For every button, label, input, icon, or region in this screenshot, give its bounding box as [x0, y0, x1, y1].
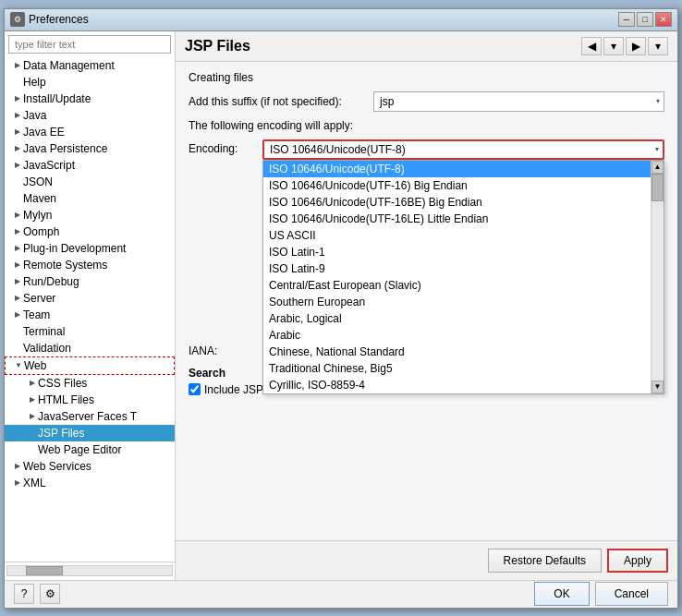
tree-item[interactable]: ▶JavaServer Faces T	[5, 408, 175, 425]
cancel-button[interactable]: Cancel	[595, 582, 668, 606]
tree-item[interactable]: Maven	[5, 190, 175, 207]
tree-arrow-icon: ▶	[27, 378, 38, 389]
encoding-option[interactable]: ISO 10646/Unicode(UTF-16LE) Little Endia…	[263, 211, 664, 227]
tree-arrow-icon: ▶	[12, 93, 23, 104]
tree-arrow-icon	[12, 326, 23, 337]
tree-item[interactable]: JSON	[5, 174, 175, 190]
forward-dropdown-button[interactable]: ▾	[648, 37, 668, 55]
tree-item[interactable]: ▶JavaScript	[5, 157, 175, 174]
encoding-option[interactable]: Arabic	[263, 327, 664, 344]
maximize-button[interactable]: □	[637, 12, 653, 27]
close-button[interactable]: ✕	[655, 12, 672, 27]
scroll-down-button[interactable]: ▼	[652, 380, 664, 393]
tree-item[interactable]: ▶CSS Files	[5, 375, 175, 392]
tree-item[interactable]: ▶Team	[5, 307, 175, 323]
encoding-dropdown[interactable]: ISO 10646/Unicode(UTF-8) ▾	[262, 139, 664, 160]
encoding-scrollbar[interactable]: ▲ ▼	[651, 161, 664, 393]
tree-arrow-icon: ▶	[12, 60, 23, 71]
include-label: Include JSP	[204, 383, 263, 396]
bottom-right-buttons: OK Cancel	[534, 582, 668, 606]
tree-arrow-icon: ▶	[27, 394, 38, 405]
tree-item[interactable]: ▶Java	[5, 107, 175, 124]
tree-item[interactable]: ▶Server	[5, 290, 175, 307]
tree-item[interactable]: ▶Oomph	[5, 223, 175, 240]
tree-arrow-icon: ▶	[12, 110, 23, 121]
tree-arrow-icon	[12, 343, 23, 354]
tree-item[interactable]: ▶HTML Files	[5, 392, 175, 408]
minimize-button[interactable]: ─	[618, 12, 635, 27]
suffix-dropdown-arrow: ▾	[656, 97, 660, 105]
tree-item-label: Server	[23, 292, 55, 305]
tree-item[interactable]: ▶Java Persistence	[5, 140, 175, 157]
panel-title: JSP Files	[185, 38, 581, 54]
tree-arrow-icon: ▶	[27, 411, 38, 422]
encoding-option[interactable]: US ASCII	[263, 227, 664, 244]
tree-item[interactable]: Validation	[5, 340, 175, 356]
sidebar: ▶Data ManagementHelp▶Install/Update▶Java…	[5, 31, 176, 580]
encoding-option[interactable]: Central/East European (Slavic)	[263, 277, 664, 294]
apply-button[interactable]: Apply	[607, 549, 668, 573]
tree-item[interactable]: JSP Files	[5, 425, 175, 441]
filter-input[interactable]	[8, 35, 171, 54]
tree-item-label: Plug-in Development	[23, 242, 126, 255]
tree-arrow-icon: ▶	[12, 210, 23, 221]
tree-item-label: Remote Systems	[23, 259, 107, 272]
back-button[interactable]: ◀	[581, 37, 602, 55]
suffix-dropdown[interactable]: jsp ▾	[373, 91, 664, 112]
forward-icon: ▶	[632, 40, 640, 53]
tree-arrow-icon: ▶	[12, 243, 23, 254]
help-button[interactable]: ?	[14, 584, 34, 604]
tree-item-label: Java Persistence	[23, 142, 107, 155]
tree-item[interactable]: ▼Web	[5, 356, 175, 375]
tree-item[interactable]: ▶Mylyn	[5, 207, 175, 223]
encoding-dropdown-list: ISO 10646/Unicode(UTF-8)ISO 10646/Unicod…	[262, 160, 664, 394]
scrollbar-thumb	[26, 566, 63, 575]
tree-scroll[interactable]: ▶Data ManagementHelp▶Install/Update▶Java…	[5, 57, 175, 562]
encoding-option[interactable]: Arabic, Logical	[263, 310, 664, 327]
tree-item-label: JSON	[23, 175, 53, 188]
tree-arrow-icon: ▶	[12, 461, 23, 472]
tree-item[interactable]: ▶Plug-in Development	[5, 240, 175, 257]
tree-arrow-icon: ▶	[12, 143, 23, 154]
tree-item-label: Team	[23, 308, 50, 321]
tree-item[interactable]: ▶Install/Update	[5, 91, 175, 107]
encoding-option[interactable]: Traditional Chinese, Big5	[263, 360, 664, 377]
scroll-up-button[interactable]: ▲	[652, 161, 664, 174]
tree-arrow-icon: ▼	[13, 360, 24, 371]
forward-button[interactable]: ▶	[626, 37, 646, 55]
tree-item[interactable]: ▶Web Services	[5, 458, 175, 475]
encoding-option[interactable]: ISO 10646/Unicode(UTF-16BE) Big Endian	[263, 194, 664, 211]
tree-item[interactable]: ▶Data Management	[5, 57, 175, 74]
encoding-option[interactable]: Chinese, National Standard	[263, 344, 664, 360]
tree-item[interactable]: ▶Run/Debug	[5, 273, 175, 290]
preferences-button[interactable]: ⚙	[40, 584, 60, 604]
tree-item-label: Web Services	[23, 460, 91, 473]
encoding-option[interactable]: Southern European	[263, 294, 664, 310]
tree-item-label: CSS Files	[38, 377, 87, 390]
tree-item[interactable]: Help	[5, 74, 175, 91]
encoding-option[interactable]: Cyrillic, ISO-8859-4	[263, 377, 664, 393]
tree-item[interactable]: Terminal	[5, 323, 175, 340]
tree-item-label: XML	[23, 477, 46, 489]
tree-item[interactable]: ▶Remote Systems	[5, 257, 175, 273]
tree-item-label: Data Management	[23, 59, 115, 72]
tree-item-label: Validation	[23, 342, 71, 355]
restore-defaults-button[interactable]: Restore Defaults	[488, 549, 602, 573]
tree-item[interactable]: ▶XML	[5, 475, 175, 491]
encoding-option[interactable]: ISO Latin-1	[263, 244, 664, 260]
encoding-row: Encoding: ISO 10646/Unicode(UTF-8) ▾ ISO…	[189, 139, 664, 160]
encoding-label: Encoding:	[189, 139, 262, 155]
tree-arrow-icon: ▶	[12, 477, 23, 489]
encoding-dropdown-wrapper: ISO 10646/Unicode(UTF-8) ▾ ISO 10646/Uni…	[262, 139, 664, 160]
encoding-option[interactable]: ISO Latin-9	[263, 260, 664, 277]
encoding-option[interactable]: ISO 10646/Unicode(UTF-8)	[263, 161, 664, 177]
scroll-track	[652, 174, 664, 380]
encoding-option[interactable]: ISO 10646/Unicode(UTF-16) Big Endian	[263, 177, 664, 194]
tree-item[interactable]: ▶Java EE	[5, 124, 175, 140]
dropdown-arrow-button[interactable]: ▾	[603, 37, 624, 55]
horizontal-scrollbar[interactable]	[6, 565, 173, 576]
tree-item[interactable]: Web Page Editor	[5, 441, 175, 458]
include-checkbox[interactable]	[189, 383, 201, 395]
tree-arrow-icon: ▶	[12, 309, 23, 320]
ok-button[interactable]: OK	[534, 582, 589, 606]
